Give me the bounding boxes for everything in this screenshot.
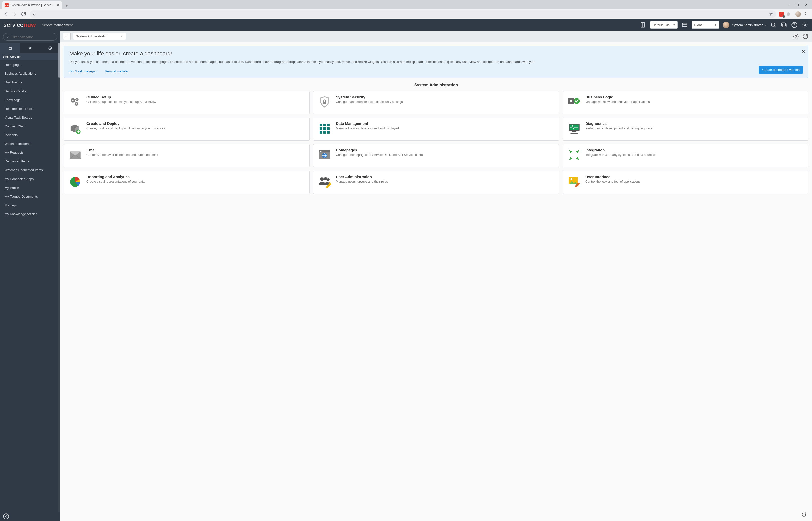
window-close-icon[interactable]: ✕ [805, 2, 808, 6]
browser-reload-icon[interactable] [21, 11, 27, 17]
extension-dot-icon[interactable] [787, 12, 790, 16]
address-bar[interactable] [29, 10, 776, 18]
new-tab-button[interactable]: ＋ [63, 2, 70, 9]
browser-forward-icon[interactable] [11, 11, 18, 17]
window-minimize-icon[interactable]: — [786, 2, 790, 6]
lock-icon [32, 12, 36, 16]
address-input[interactable] [39, 12, 767, 16]
toolbar-divider [793, 12, 793, 17]
browser-menu-icon[interactable]: ⋮ [804, 11, 808, 17]
tab-title: System Administration | ServiceN [10, 3, 54, 7]
browser-profile-avatar[interactable] [795, 11, 801, 17]
bookmark-star-icon[interactable] [769, 12, 773, 16]
svg-rect-0 [33, 14, 36, 15]
tab-close-icon[interactable]: ✕ [56, 3, 60, 7]
extension-badge-icon[interactable]: ⋯ [779, 12, 784, 17]
browser-back-icon[interactable] [2, 11, 8, 17]
browser-tab[interactable]: now System Administration | ServiceN ✕ [2, 1, 62, 9]
window-maximize-icon[interactable]: ▢ [796, 2, 799, 6]
tab-favicon: now [4, 3, 8, 7]
